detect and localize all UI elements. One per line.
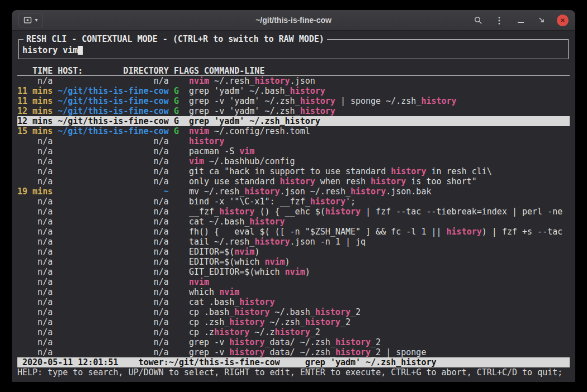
- minimize-button[interactable]: [514, 13, 527, 27]
- command-text: when resh: [315, 176, 371, 187]
- row-time: n/a: [17, 176, 53, 187]
- row-flag: [174, 187, 179, 197]
- row-directory: n/a: [58, 207, 169, 217]
- header-directory: DIRECTORY: [124, 66, 169, 75]
- row-time: 12 mins: [17, 116, 53, 126]
- history-row-selected[interactable]: 12 mins~/git/this-is-fine-cowGgrep 'yadm…: [17, 116, 570, 126]
- row-flag: [174, 297, 179, 307]
- header-command: COMMAND-LINE: [204, 66, 264, 75]
- history-row[interactable]: 11 mins~/git/this-is-fine-cowGgrep -v 'y…: [17, 96, 570, 106]
- row-flag: [174, 257, 179, 267]
- search-button[interactable]: [472, 13, 484, 27]
- history-row[interactable]: n/an/aEDITOR=$(which nvim): [17, 257, 570, 267]
- row-command: grep -v 'yadm' ~/.zsh_history: [189, 106, 335, 116]
- row-flag: [174, 197, 179, 207]
- command-match: history: [229, 347, 264, 357]
- row-directory: n/a: [58, 237, 169, 247]
- row-flag: [174, 327, 179, 337]
- history-row[interactable]: n/an/acp .zhistory ~/.zhistory_2: [17, 327, 570, 337]
- history-row[interactable]: n/an/afh() { eval $( ([ -n "$ZSH_NAME" ]…: [17, 227, 570, 237]
- history-row[interactable]: n/an/acat .bash_history: [17, 297, 570, 307]
- search-input[interactable]: history vim: [20, 45, 567, 55]
- chevron-down-icon: ▾: [35, 17, 37, 23]
- titlebar[interactable]: ▾ ~/git/this-is-fine-cow ⋮: [12, 10, 575, 31]
- row-flag: [174, 176, 179, 187]
- command-match: history: [351, 187, 386, 197]
- history-row[interactable]: n/an/apacman -S vim: [17, 146, 570, 156]
- minimize-icon: [518, 22, 524, 23]
- history-row[interactable]: n/an/avim ~/.bashhub/config: [17, 156, 570, 166]
- row-directory: n/a: [58, 307, 169, 317]
- command-text: cp .zsh_: [189, 317, 229, 327]
- command-text: _data/ ~/.zsh_: [264, 337, 335, 347]
- history-row[interactable]: n/an/a__fzf_history () { __ehc $(history…: [17, 207, 570, 217]
- history-row[interactable]: n/an/acat ~/.bash_history: [17, 217, 570, 227]
- row-time: n/a: [17, 146, 53, 156]
- command-match: history: [447, 227, 482, 237]
- command-match: nvim: [189, 277, 209, 287]
- header-host-directory: HOST:DIRECTORY: [58, 66, 169, 75]
- command-text: GIT_EDITOR=$(which: [189, 267, 285, 277]
- status-host-directory: tower:~/git/this-is-fine-cow: [139, 357, 280, 367]
- row-flag: [174, 227, 179, 237]
- history-row[interactable]: n/an/acp .bash_history ~/.bash_history_2: [17, 307, 570, 317]
- row-command: grep -v 'yadm' ~/.zsh_history | sponge ~…: [189, 96, 457, 106]
- command-text: bind -x '"\C-x1": __fzf_: [189, 197, 310, 207]
- history-row[interactable]: n/an/anvim: [17, 277, 570, 287]
- row-command: which nvim: [189, 287, 239, 297]
- command-text: ) | fzf +s --tac: [482, 227, 563, 237]
- history-row[interactable]: 19 mins~mv ~/.resh_history.json ~/.resh_…: [17, 187, 570, 197]
- row-time: n/a: [17, 257, 53, 267]
- restore-button[interactable]: [536, 13, 548, 27]
- history-row[interactable]: n/an/anvim ~/.resh_history.json: [17, 76, 570, 86]
- command-text: tail ~/.resh_: [189, 237, 254, 247]
- table-header: TIME HOST:DIRECTORY FLAGS COMMAND-LINE: [17, 66, 570, 76]
- history-row[interactable]: 11 mins~/git/this-is-fine-cowGgrep 'yadm…: [17, 86, 570, 96]
- history-row[interactable]: n/an/aonly use standard history when res…: [17, 176, 570, 187]
- row-flag: [174, 347, 179, 357]
- command-match: nvim: [264, 257, 285, 267]
- row-flag: [174, 146, 179, 156]
- row-command: grep 'yadm' ~/.zsh_history: [189, 116, 320, 126]
- close-button[interactable]: ✕: [557, 15, 569, 26]
- row-time: 15 mins: [17, 126, 53, 136]
- status-command: grep 'yadm' ~/.zsh_history: [305, 357, 437, 367]
- history-row[interactable]: n/an/abind -x '"\C-x1": __fzf_history';: [17, 197, 570, 207]
- new-terminal-button[interactable]: ▾: [18, 13, 43, 27]
- command-text: _2: [371, 337, 381, 347]
- row-time: n/a: [17, 76, 53, 86]
- row-command: GIT_EDITOR=$(which nvim): [189, 267, 310, 277]
- history-row[interactable]: n/an/agit ca "hack in support to use sta…: [17, 166, 570, 176]
- row-flag: G: [174, 116, 179, 126]
- history-row[interactable]: n/an/awhich nvim: [17, 287, 570, 297]
- command-text: .json: [290, 76, 315, 86]
- history-row[interactable]: n/an/atail ~/.resh_history.json -n 1 | j…: [17, 237, 570, 247]
- history-row[interactable]: n/an/agrep -v history_data/ ~/.zsh_histo…: [17, 347, 570, 357]
- row-time: 11 mins: [17, 86, 53, 96]
- menu-button[interactable]: ⋮: [493, 13, 505, 27]
- row-directory: ~: [58, 187, 169, 197]
- command-match: history: [234, 307, 269, 317]
- history-row[interactable]: n/an/aGIT_EDITOR=$(which nvim): [17, 267, 570, 277]
- command-text: ~/.z: [249, 327, 274, 337]
- history-row[interactable]: n/an/agrep -v history_data/ ~/.zsh_histo…: [17, 337, 570, 347]
- row-command: pacman -S vim: [189, 146, 254, 156]
- row-directory: n/a: [58, 227, 169, 237]
- history-row[interactable]: n/an/aEDITOR=$(nvim): [17, 247, 570, 257]
- history-row[interactable]: 12 mins~/git/this-is-fine-cowGgrep -v 'y…: [17, 106, 570, 116]
- history-row[interactable]: n/an/ahistory: [17, 136, 570, 146]
- command-text: | sponge ~/.zsh_: [335, 96, 422, 106]
- command-match: history: [189, 136, 224, 146]
- row-command: cp .zsh_history ~/.zsh_history_2: [189, 317, 351, 327]
- command-text: ~/.zsh_: [264, 317, 305, 327]
- search-box-label: RESH CLI - CONTEXTUAL MODE - (CTRL+R to …: [23, 34, 327, 44]
- row-command: nvim ~/.config/resh.toml: [189, 126, 310, 136]
- history-row[interactable]: n/an/acp .zsh_history ~/.zsh_history_2: [17, 317, 570, 327]
- command-match: nvim: [189, 76, 209, 86]
- history-row[interactable]: 15 mins~/git/this-is-fine-cowGnvim ~/.co…: [17, 126, 570, 136]
- command-match: history: [280, 176, 315, 187]
- command-match: history: [421, 96, 456, 106]
- row-flag: G: [174, 96, 179, 106]
- row-command: mv ~/.resh_history.json ~/.resh_history.…: [189, 187, 432, 197]
- row-flag: G: [174, 106, 179, 116]
